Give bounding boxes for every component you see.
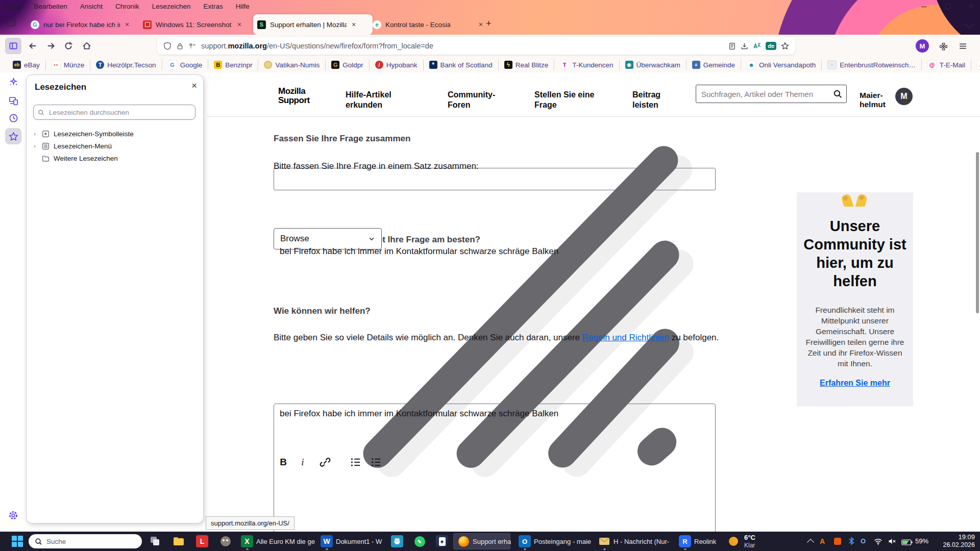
bookmark-real-blitze[interactable]: ϟReal Blitze	[499, 59, 555, 70]
bookmark-versandapotheke[interactable]: ☻Onli Versandapoth	[741, 59, 822, 70]
bookmark-vatikan[interactable]: Vatikan-Numis	[258, 59, 326, 70]
ai-sparkle-icon[interactable]	[5, 73, 21, 90]
excel-icon[interactable]: X	[241, 535, 253, 547]
learn-more-link[interactable]: Erfahren Sie mehr	[797, 379, 913, 388]
extensions-puzzle-icon[interactable]	[935, 38, 951, 54]
tab-close-icon[interactable]: ×	[237, 20, 241, 29]
bookmark-entenbrust[interactable]: ·EntenbrustRotweinsch…	[822, 59, 922, 70]
permissions-icon[interactable]	[188, 42, 197, 50]
fax-printer-icon[interactable]	[391, 535, 403, 547]
battery-icon[interactable]	[901, 538, 913, 547]
menu-lesezeichen[interactable]: Lesezeichen	[152, 3, 191, 10]
search-icon[interactable]	[833, 89, 842, 98]
tab-close-icon[interactable]: ×	[479, 20, 483, 29]
url-text[interactable]: support.mozilla.org/en-US/questions/new/…	[201, 42, 433, 50]
weather-moon-icon[interactable]	[729, 537, 738, 546]
menu-bearbeiten[interactable]: Bearbeiten	[34, 3, 67, 10]
word-window-label[interactable]: Dokument1 - W	[336, 538, 382, 545]
adobe-tray-icon[interactable]: A	[820, 537, 825, 545]
weather-condition[interactable]: Klar	[744, 542, 755, 549]
reolink-icon[interactable]: R	[679, 535, 691, 547]
page-scrollbar-thumb[interactable]	[976, 152, 979, 313]
history-clock-icon[interactable]	[5, 110, 21, 126]
firefox-icon[interactable]	[457, 535, 470, 547]
translate-language-badge[interactable]: de	[766, 42, 776, 50]
account-avatar[interactable]: M	[916, 39, 929, 53]
bookmark-ebay[interactable]: ebeBay	[7, 59, 46, 70]
sidebar-settings-gear-icon[interactable]	[5, 507, 21, 523]
sidebar-close-icon[interactable]: ×	[191, 80, 197, 91]
question-title-input[interactable]	[274, 240, 716, 263]
wifi-icon[interactable]	[874, 538, 883, 547]
minimize-icon[interactable]	[920, 2, 929, 10]
menu-datei[interactable]: Datei	[5, 3, 21, 10]
close-icon[interactable]: ×	[967, 2, 976, 10]
tree-item-weitere[interactable]: Weitere Lesezeichen	[32, 152, 118, 164]
file-explorer-icon[interactable]	[173, 535, 185, 547]
weather-temp[interactable]: 6°C	[744, 534, 755, 541]
speaker-muted-icon[interactable]	[888, 538, 896, 547]
synced-tabs-icon[interactable]	[5, 92, 21, 109]
tab-manager-icon[interactable]	[6, 17, 19, 31]
reload-icon[interactable]	[60, 38, 77, 54]
menu-extras[interactable]: Extras	[203, 3, 223, 10]
bookmark-ueberwachkam[interactable]: ◉Überwachkam	[620, 59, 687, 70]
translate-icon[interactable]	[753, 42, 761, 50]
gimp-icon[interactable]	[219, 535, 232, 547]
site-search-input[interactable]	[700, 89, 833, 99]
bookmark-paypal[interactable]: PPayPal einloggen	[971, 59, 980, 70]
url-bar[interactable]: support.mozilla.org/en-US/questions/new/…	[157, 37, 795, 55]
forward-icon[interactable]	[43, 38, 59, 54]
hamburger-menu-icon[interactable]	[954, 38, 971, 54]
tab-close-icon[interactable]: ×	[352, 20, 356, 29]
maximize-icon[interactable]	[943, 2, 952, 10]
bookmark-t-email[interactable]: @T-E-Mail	[922, 59, 971, 70]
bluetooth-icon[interactable]	[848, 537, 854, 547]
tab-3-active[interactable]: S Support erhalten | Mozilla Supp ×	[253, 14, 373, 35]
user-avatar[interactable]: M	[895, 88, 913, 105]
chevron-right-icon[interactable]: ›	[32, 143, 38, 149]
firefox-window-label[interactable]: Support erha	[473, 538, 511, 545]
menu-ansicht[interactable]: Ansicht	[80, 3, 103, 10]
mozilla-support-logo[interactable]: Mozilla Support	[278, 87, 310, 105]
outlook-tray-icon[interactable]: O	[861, 537, 866, 545]
reader-view-icon[interactable]	[728, 42, 736, 50]
excel-window-label[interactable]: Alle Euro KM die ge	[256, 538, 315, 545]
tracking-shield-icon[interactable]	[163, 42, 172, 50]
nav-hilfe-artikel[interactable]: Hilfe-Artikel erkunden	[346, 90, 391, 110]
solitaire-icon[interactable]: ♠	[436, 535, 448, 547]
nav-beitrag-leisten[interactable]: Beitrag leisten	[632, 90, 660, 110]
app-l-icon[interactable]: L	[196, 535, 208, 547]
bookmark-bank-of-scotland[interactable]: *Bank of Scotland	[424, 59, 499, 70]
bookmark-tecson[interactable]: THeizölpr.Tecson	[90, 59, 162, 70]
bookmarks-star-icon[interactable]	[5, 128, 21, 144]
sidebar-search-input[interactable]	[48, 108, 178, 117]
orange-tray-icon[interactable]	[834, 538, 841, 545]
home-icon[interactable]	[79, 38, 95, 54]
sidebar-toggle-icon[interactable]	[5, 38, 21, 54]
start-button-icon[interactable]	[11, 535, 23, 547]
menu-chronik[interactable]: Chronik	[115, 3, 139, 10]
outlook-icon[interactable]: O	[519, 535, 531, 547]
tray-expand-chevron-icon[interactable]	[807, 539, 814, 546]
task-view-icon[interactable]	[149, 535, 161, 547]
clock-time[interactable]: 19:09	[943, 533, 975, 541]
bookmark-google[interactable]: GGoogle	[162, 59, 209, 70]
save-page-icon[interactable]	[741, 42, 748, 50]
tab-close-icon[interactable]: ×	[125, 20, 129, 29]
bookmark-goldpr[interactable]: GGoldpr	[326, 59, 370, 70]
tab-4[interactable]: e Kontrol taste - Ecosia ×	[369, 14, 487, 35]
bookmark-t-kunden[interactable]: TT-Kundencen	[554, 59, 619, 70]
list-all-tabs-chevron-icon[interactable]	[964, 19, 974, 29]
mail-window-label[interactable]: H - Nachricht (Nur-	[614, 538, 669, 545]
back-icon[interactable]	[24, 38, 41, 54]
battery-percent[interactable]: 59%	[915, 537, 928, 545]
rules-link[interactable]: Regeln und Richtlinien	[582, 333, 669, 342]
bookmark-muenze[interactable]: ●●Münze	[46, 59, 91, 70]
menu-hilfe[interactable]: Hilfe	[236, 3, 250, 10]
tree-item-symbolleiste[interactable]: › Lesezeichen-Symbolleiste	[32, 128, 134, 140]
clock-date[interactable]: 26.02.2026	[936, 541, 975, 548]
reolink-window-label[interactable]: Reolink	[694, 538, 716, 545]
whatsapp-icon[interactable]	[413, 535, 426, 547]
bookmark-hypobank[interactable]: /Hypobank	[370, 59, 424, 70]
